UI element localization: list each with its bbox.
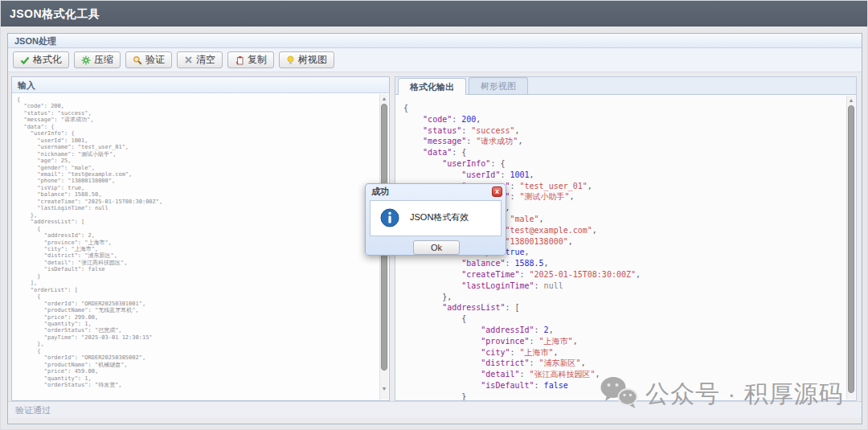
dialog-message: JSON格式有效: [410, 211, 469, 223]
treeview-button[interactable]: 树视图: [279, 51, 334, 68]
info-icon: [380, 208, 399, 231]
validate-button[interactable]: 验证: [125, 51, 172, 68]
scroll-up-icon[interactable]: ▲: [380, 95, 388, 103]
compress-button[interactable]: 压缩: [74, 51, 121, 68]
dialog-message-box: JSON格式有效: [370, 200, 502, 236]
input-panel: 输入 { "code": 200, "status": "success", "…: [11, 76, 390, 401]
scroll-up-icon[interactable]: ▲: [847, 96, 855, 104]
output-tabstrip: 格式化输出 树形视图: [395, 76, 857, 95]
tab-formatted-output-label: 格式化输出: [410, 82, 454, 92]
copy-button[interactable]: 复制: [227, 51, 274, 68]
app-window: JSON格式化工具 JSON处理 格式化 压缩 验证 清空: [0, 0, 868, 430]
format-button-label: 格式化: [33, 53, 62, 67]
toolbar: 格式化 压缩 验证 清空 复制 树视图: [8, 48, 862, 72]
bulb-icon: [286, 55, 295, 65]
panel-header-label: JSON处理: [14, 36, 56, 46]
magnifier-icon: [133, 55, 142, 65]
clear-button[interactable]: 清空: [177, 51, 223, 68]
copy-icon: [235, 55, 244, 65]
success-dialog: 成功 x JSON格式有效 Ok: [365, 183, 506, 256]
page-title: JSON格式化工具: [10, 7, 100, 20]
treeview-button-label: 树视图: [298, 53, 327, 67]
close-icon[interactable]: x: [492, 186, 502, 197]
tab-tree-view[interactable]: 树形视图: [469, 77, 528, 94]
output-scroll-thumb[interactable]: [848, 105, 854, 393]
scroll-down-icon[interactable]: ▼: [380, 385, 388, 393]
ok-button[interactable]: Ok: [413, 240, 460, 255]
check-icon: [20, 55, 30, 65]
compress-button-label: 压缩: [94, 53, 113, 67]
input-editor[interactable]: { "code": 200, "status": "success", "mes…: [12, 93, 389, 400]
input-panel-header: 输入: [12, 77, 389, 93]
input-json-text[interactable]: { "code": 200, "status": "success", "mes…: [12, 93, 389, 388]
compress-icon: [81, 55, 91, 65]
validate-button-label: 验证: [145, 53, 165, 67]
format-button[interactable]: 格式化: [13, 51, 69, 68]
tab-formatted-output[interactable]: 格式化输出: [398, 78, 466, 95]
clear-button-label: 清空: [196, 53, 215, 67]
panel-header: JSON处理: [8, 34, 862, 48]
window-titlebar: JSON格式化工具: [1, 1, 868, 27]
status-text: 验证通过: [15, 405, 51, 415]
dialog-title: 成功: [371, 186, 389, 198]
output-scrollbar[interactable]: ▲: [846, 96, 855, 399]
copy-button-label: 复制: [248, 53, 267, 67]
clear-x-icon: [184, 55, 193, 64]
tab-tree-view-label: 树形视图: [481, 81, 516, 91]
input-panel-title: 输入: [18, 80, 35, 90]
status-bar: 验证通过: [8, 401, 862, 418]
